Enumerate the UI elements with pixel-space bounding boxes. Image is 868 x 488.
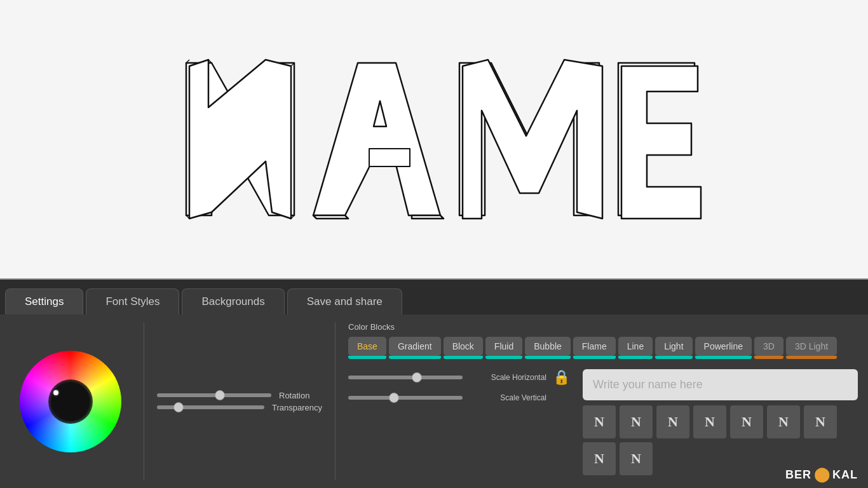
font-styles-section: Color Blocks Base Gradient Block — [348, 322, 858, 480]
style-btn-block[interactable]: Block — [444, 337, 483, 356]
content-area: Rotation Transparency Color Blocks — [0, 315, 868, 488]
scale-sliders: Scale Horizontal 🔒 Scale Vertical — [348, 369, 570, 402]
btn-light-container: Light — [655, 337, 692, 359]
btn-flame-container: Flame — [573, 337, 616, 359]
style-btn-gradient[interactable]: Gradient — [389, 337, 441, 356]
svg-marker-11 — [412, 215, 444, 219]
svg-rect-9 — [369, 149, 410, 166]
svg-marker-15 — [621, 66, 701, 219]
char-btn-6[interactable]: N — [804, 405, 837, 438]
color-wheel[interactable] — [20, 351, 121, 452]
style-btn-3dlight[interactable]: 3D Light — [786, 337, 837, 356]
brand-berry-icon: ⬤ — [814, 466, 830, 483]
char-btn-4[interactable]: N — [730, 405, 763, 438]
indicator-fluid — [485, 356, 522, 359]
scale-v-label: Scale Vertical — [470, 393, 546, 402]
btn-3d-container: 3D — [754, 337, 783, 359]
svg-marker-1 — [189, 60, 291, 219]
indicator-3dlight — [786, 356, 837, 359]
wheel-handle[interactable] — [52, 389, 60, 396]
brand-text: BER — [785, 468, 811, 482]
char-btn-1[interactable]: N — [620, 405, 653, 438]
settings-controls: Rotation Transparency — [157, 322, 322, 480]
divider-1 — [144, 322, 144, 480]
indicator-line — [618, 356, 653, 359]
indicator-3d — [754, 356, 783, 359]
indicator-powerline — [695, 356, 752, 359]
bottom-panel: Settings Font Styles Backgrounds Save an… — [0, 280, 868, 488]
indicator-base — [348, 356, 386, 359]
rotation-label: Rotation — [279, 391, 309, 400]
btn-block-container: Block — [444, 337, 483, 359]
scale-v-slider[interactable] — [348, 396, 463, 400]
style-btn-3d[interactable]: 3D — [754, 337, 783, 356]
scale-v-thumb[interactable] — [389, 393, 399, 403]
transparency-slider[interactable] — [157, 405, 264, 409]
color-wheel-overlay — [20, 351, 121, 452]
canvas-area — [0, 0, 868, 280]
char-row: N N N N N N N N N — [583, 405, 858, 475]
style-btn-base[interactable]: Base — [348, 337, 386, 356]
color-wheel-section — [10, 322, 131, 480]
brand-text-2: KAL — [832, 468, 858, 482]
transparency-thumb[interactable] — [173, 402, 184, 412]
btn-gradient-container: Gradient — [389, 337, 441, 359]
name-input[interactable] — [583, 369, 858, 400]
rotation-slider-group: Rotation Transparency — [157, 391, 322, 412]
char-btn-7[interactable]: N — [583, 442, 616, 475]
tab-backgrounds[interactable]: Backgrounds — [182, 288, 284, 315]
char-btn-8[interactable]: N — [620, 442, 653, 475]
style-buttons-container: Base Gradient Block Fluid — [348, 337, 837, 359]
indicator-light — [655, 356, 692, 359]
scale-h-thumb[interactable] — [412, 372, 422, 383]
indicator-bubble — [525, 356, 571, 359]
lock-icon[interactable]: 🔒 — [553, 369, 570, 386]
style-btn-fluid[interactable]: Fluid — [485, 337, 522, 356]
color-blocks-label: Color Blocks — [348, 322, 395, 332]
rotation-slider[interactable] — [157, 393, 271, 397]
style-btn-flame[interactable]: Flame — [573, 337, 616, 356]
scale-h-label: Scale Horizontal — [470, 373, 546, 382]
style-btn-line[interactable]: Line — [618, 337, 653, 356]
name-input-area: N N N N N N N N N — [583, 369, 858, 475]
indicator-flame — [573, 356, 616, 359]
indicator-block — [444, 356, 483, 359]
char-btn-3[interactable]: N — [693, 405, 726, 438]
style-btn-powerline[interactable]: Powerline — [695, 337, 752, 356]
graffiti-display — [0, 0, 868, 278]
tab-settings[interactable]: Settings — [5, 288, 83, 315]
svg-marker-7 — [313, 63, 440, 215]
tab-font-styles[interactable]: Font Styles — [86, 288, 179, 315]
btn-3dlight-container: 3D Light — [786, 337, 837, 359]
style-btn-light[interactable]: Light — [655, 337, 692, 356]
color-blocks-row: Color Blocks Base Gradient Block — [348, 322, 858, 359]
btn-powerline-container: Powerline — [695, 337, 752, 359]
branding: BER ⬤ KAL — [785, 466, 858, 483]
char-btn-2[interactable]: N — [656, 405, 689, 438]
transparency-label: Transparency — [272, 403, 322, 412]
style-btn-bubble[interactable]: Bubble — [525, 337, 571, 356]
char-btn-0[interactable]: N — [583, 405, 616, 438]
graffiti-svg — [148, 25, 720, 254]
rotation-thumb[interactable] — [215, 390, 225, 400]
tabs-row: Settings Font Styles Backgrounds Save an… — [0, 280, 868, 315]
svg-marker-10 — [313, 215, 348, 219]
btn-line-container: Line — [618, 337, 653, 359]
scale-h-slider[interactable] — [348, 376, 463, 379]
btn-base-container: Base — [348, 337, 386, 359]
btn-fluid-container: Fluid — [485, 337, 522, 359]
divider-2 — [335, 322, 336, 480]
indicator-gradient — [389, 356, 441, 359]
btn-bubble-container: Bubble — [525, 337, 571, 359]
tab-save-share[interactable]: Save and share — [287, 288, 402, 315]
char-btn-5[interactable]: N — [767, 405, 800, 438]
